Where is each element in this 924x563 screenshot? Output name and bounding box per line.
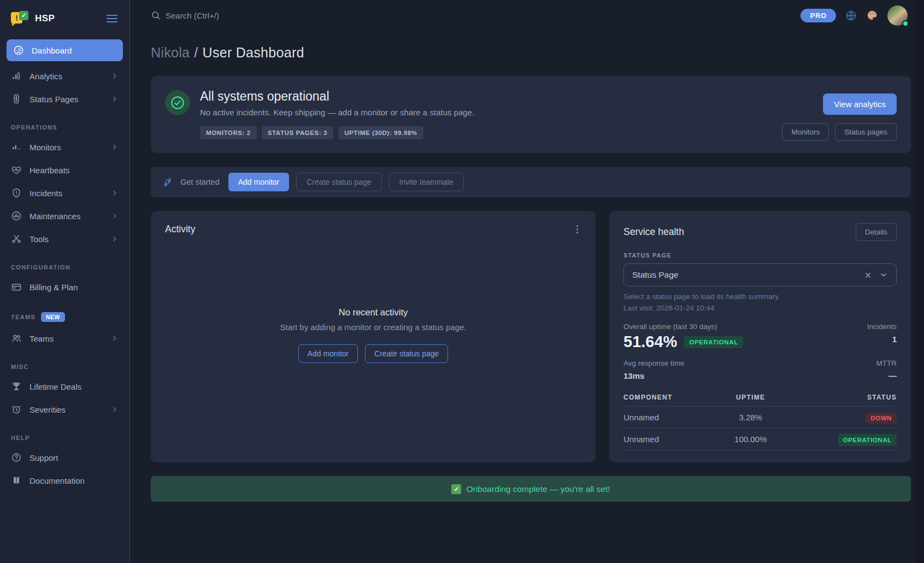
monitors-count-chip: MONITORS: 2 — [200, 126, 257, 139]
get-started-label: Get started — [180, 178, 220, 186]
search — [151, 10, 801, 20]
sidebar-section-teams: TEAMS NEW — [0, 298, 130, 327]
sidebar-item-support[interactable]: Support — [0, 446, 130, 469]
add-monitor-button[interactable]: Add monitor — [228, 173, 289, 191]
sidebar-item-label: Severities — [30, 405, 66, 414]
palette-icon[interactable] — [866, 9, 878, 21]
mttr-label: MTTR — [876, 359, 897, 367]
page-title: User Dashboard — [203, 45, 304, 60]
hero-title: All systems operational — [200, 89, 474, 104]
status-page-select[interactable]: Status Page — [623, 263, 897, 286]
sidebar-item-billing-plan[interactable]: Billing & Plan — [0, 275, 130, 298]
traffic-light-icon — [11, 93, 22, 104]
sidebar: ! ✓ HSP Dashboard Analytics Status Pages… — [0, 0, 130, 563]
sidebar-item-dashboard[interactable]: Dashboard — [7, 39, 123, 61]
operational-badge: OPERATIONAL — [684, 336, 743, 348]
sidebar-item-label: Tools — [30, 234, 49, 244]
hero-chips: MONITORS: 2 STATUS PAGES: 3 UPTIME (30D)… — [200, 126, 474, 139]
onboarding-banner-text: Onboarding complete — you're all set! — [466, 484, 610, 494]
alarm-clock-icon — [11, 404, 22, 415]
incidents-stat-value: 1 — [867, 335, 897, 344]
sidebar-item-tools[interactable]: Tools — [0, 227, 130, 250]
down-badge: DOWN — [866, 413, 897, 424]
chevron-right-icon — [111, 72, 119, 80]
status-pages-count-chip: STATUS PAGES: 3 — [262, 126, 333, 139]
chevron-right-icon — [111, 189, 119, 197]
select-helper-text: Select a status page to load its health … — [623, 292, 897, 301]
tools-icon — [11, 233, 22, 244]
sidebar-item-label: Documentation — [30, 476, 85, 485]
user-avatar[interactable] — [887, 5, 908, 26]
app-logo-icon: ! ✓ — [11, 11, 30, 26]
sidebar-item-label: Status Pages — [30, 95, 78, 104]
component-uptime: 100.00% — [719, 429, 782, 450]
credit-card-icon — [11, 282, 22, 292]
create-status-page-button[interactable]: Create status page — [296, 173, 381, 191]
sidebar-section-help: HELP — [0, 421, 130, 446]
scrollbar[interactable] — [916, 0, 924, 563]
rocket-icon — [163, 177, 173, 187]
heartbeat-icon — [11, 165, 22, 175]
service-health-card: Service health Details STATUS PAGE Statu… — [609, 211, 911, 462]
column-header-component: COMPONENT — [623, 389, 719, 407]
status-pages-button[interactable]: Status pages — [835, 123, 897, 141]
mttr-stat: MTTR — — [876, 359, 897, 380]
monitors-button[interactable]: Monitors — [782, 123, 829, 141]
clear-selection-icon[interactable] — [864, 271, 872, 279]
details-button[interactable]: Details — [856, 223, 897, 241]
hard-hat-icon — [11, 210, 22, 221]
logo-check-icon: ✓ — [19, 11, 28, 20]
sidebar-item-label: Dashboard — [32, 46, 72, 55]
chevron-right-icon — [111, 212, 119, 220]
sidebar-item-label: Analytics — [30, 72, 62, 81]
empty-create-status-page-button[interactable]: Create status page — [365, 344, 448, 363]
empty-add-monitor-button[interactable]: Add monitor — [298, 344, 358, 363]
sidebar-item-analytics[interactable]: Analytics — [0, 64, 130, 87]
uptime-stat-label: Overall uptime (last 30 days) — [623, 322, 743, 331]
sidebar-item-teams[interactable]: Teams — [0, 327, 130, 350]
sidebar-section-configuration: CONFIGURATION — [0, 250, 130, 275]
logo-row: ! ✓ HSP — [0, 9, 130, 37]
uptime-stat-value: 51.64% — [623, 333, 677, 351]
hero-subtitle: No active incidents. Keep shipping — add… — [200, 108, 474, 117]
view-analytics-button[interactable]: View analytics — [823, 93, 897, 115]
activity-empty-state: No recent activity Start by adding a mon… — [165, 219, 581, 450]
table-row: Unnamed 100.00% OPERATIONAL — [623, 429, 897, 450]
sidebar-item-monitors[interactable]: Monitors — [0, 136, 130, 159]
uptime-chip: UPTIME (30D): 99.98% — [338, 126, 423, 139]
hamburger-menu-icon[interactable] — [105, 13, 119, 25]
chevron-down-icon[interactable] — [879, 271, 888, 279]
topbar-right: PRO — [801, 5, 908, 26]
service-health-title: Service health — [623, 226, 684, 238]
invite-teammate-button[interactable]: Invite teammate — [389, 173, 464, 191]
component-name: Unnamed — [623, 429, 719, 450]
operational-badge: OPERATIONAL — [838, 434, 897, 446]
plan-badge[interactable]: PRO — [801, 9, 836, 22]
globe-icon[interactable] — [845, 10, 857, 21]
avg-response-label: Avg response time — [623, 359, 685, 367]
incidents-stat: Incidents 1 — [867, 322, 897, 344]
brand-name: HSP — [35, 13, 105, 24]
monitors-chart-icon — [11, 142, 22, 153]
sidebar-item-documentation[interactable]: Documentation — [0, 469, 130, 492]
sidebar-item-severities[interactable]: Severities — [0, 398, 130, 421]
breadcrumb-parent[interactable]: Nikola — [151, 45, 190, 60]
sidebar-item-status-pages[interactable]: Status Pages — [0, 87, 130, 110]
sidebar-section-operations: OPERATIONS — [0, 110, 130, 136]
sidebar-item-maintenances[interactable]: Maintenances — [0, 204, 130, 227]
column-header-uptime: UPTIME — [719, 389, 782, 407]
search-input[interactable] — [166, 11, 340, 20]
sidebar-item-label: Heartbeats — [30, 166, 69, 175]
sidebar-item-incidents[interactable]: Incidents — [0, 181, 130, 204]
sidebar-item-lifetime-deals[interactable]: Lifetime Deals — [0, 375, 130, 398]
sidebar-item-label: Teams — [30, 334, 54, 343]
trophy-icon — [11, 381, 22, 392]
sidebar-item-label: Billing & Plan — [30, 283, 78, 292]
last-visit-text: Last visit: 2026-01-24 10:44 — [623, 304, 897, 312]
check-icon: ✓ — [451, 484, 461, 494]
shield-alert-icon — [11, 187, 22, 198]
sidebar-item-heartbeats[interactable]: Heartbeats — [0, 159, 130, 181]
table-row: Unnamed 3.28% DOWN — [623, 407, 897, 429]
chevron-right-icon — [111, 143, 119, 151]
sidebar-item-label: Incidents — [30, 189, 62, 198]
